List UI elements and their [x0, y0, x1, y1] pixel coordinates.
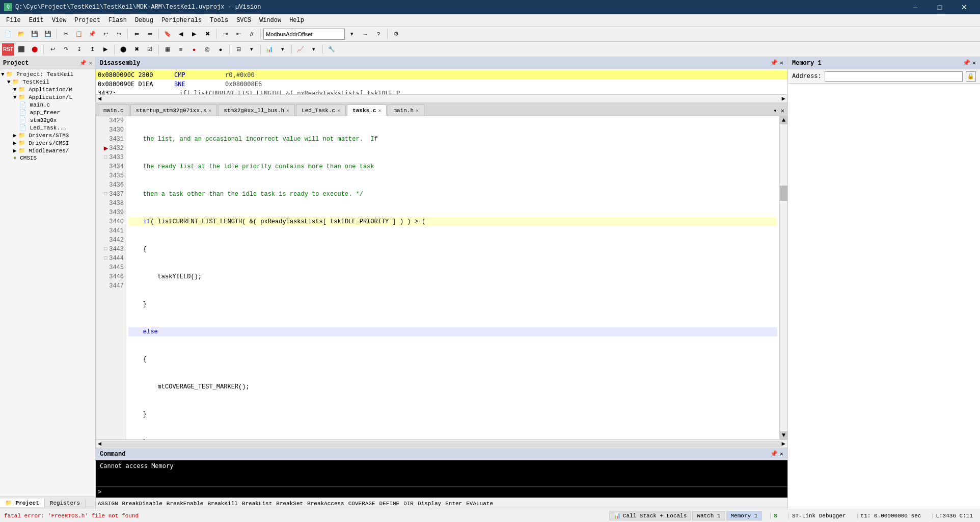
menu-tools[interactable]: Tools — [206, 16, 232, 25]
close-command-button[interactable]: ✕ — [780, 450, 783, 458]
new-file-button[interactable]: 📄 — [2, 28, 14, 40]
tree-middlewares[interactable]: ▶ 📁 Middlewares/ — [0, 147, 95, 154]
comment-button[interactable]: // — [246, 28, 258, 40]
redo-button[interactable]: ↪ — [113, 28, 125, 40]
symbol-combo[interactable] — [263, 29, 345, 40]
menu-debug[interactable]: Debug — [131, 16, 157, 25]
reset-button[interactable]: RST — [2, 43, 14, 56]
memory-address-input[interactable] — [825, 71, 963, 82]
cut-button[interactable]: ✂ — [60, 28, 72, 40]
breakpoint-toggle[interactable]: ⬤ — [117, 43, 129, 56]
settings-button[interactable]: ⚙ — [390, 28, 402, 40]
step-over[interactable]: ↷ — [60, 43, 72, 56]
menu-svcs[interactable]: SVCS — [232, 16, 255, 25]
config-button[interactable]: 🔧 — [325, 43, 338, 56]
tree-project[interactable]: ▼ 📁 Project: TestKeil — [0, 70, 95, 78]
menu-peripherals[interactable]: Peripherals — [157, 16, 206, 25]
prev-bookmark[interactable]: ◀ — [175, 28, 187, 40]
goto-button[interactable]: → — [359, 28, 371, 40]
view-toggle2[interactable]: ≡ — [175, 43, 187, 56]
tab-bus-h-close[interactable]: ✕ — [286, 108, 289, 114]
menu-view[interactable]: View — [48, 16, 71, 25]
unindent-button[interactable]: ⇤ — [232, 28, 244, 40]
tab-tasks-c[interactable]: tasks.c ✕ — [347, 105, 387, 116]
step-out[interactable]: ↥ — [86, 43, 98, 56]
disasm-scroll-left[interactable]: ◀ — [98, 95, 101, 102]
tab-startup[interactable]: startup_stm32g071xx.s ✕ — [130, 105, 217, 116]
status-tab-watch[interactable]: Watch 1 — [692, 511, 725, 520]
close-button[interactable]: ✕ — [952, 0, 976, 14]
display-mode[interactable]: ⊟ — [232, 43, 244, 56]
tab-bus-h[interactable]: stm32g0xx_ll_bus.h ✕ — [218, 105, 295, 116]
status-tab-memory[interactable]: Memory 1 — [726, 511, 763, 520]
undo-button[interactable]: ↩ — [99, 28, 112, 40]
tab-led-task[interactable]: Led_Task.c ✕ — [296, 105, 346, 116]
hscroll-left[interactable]: ◀ — [98, 440, 101, 448]
tab-main-h[interactable]: main.h ✕ — [388, 105, 424, 116]
view-toggle1[interactable]: ▦ — [161, 43, 174, 56]
back-button[interactable]: ⬅ — [130, 28, 143, 40]
bookmark-button[interactable]: 🔖 — [161, 28, 174, 40]
menu-help[interactable]: Help — [285, 16, 308, 25]
tab-tasks-c-close[interactable]: ✕ — [378, 108, 381, 114]
fold-icon-3444[interactable]: □ — [104, 254, 107, 263]
save-button[interactable]: 💾 — [29, 28, 41, 40]
tree-cmsis[interactable]: ♦ CMSIS — [0, 154, 95, 162]
tab-led-task-close[interactable]: ✕ — [337, 108, 340, 114]
scroll-thumb[interactable] — [780, 186, 787, 201]
menu-flash[interactable]: Flash — [104, 16, 131, 25]
tab-startup-close[interactable]: ✕ — [208, 108, 211, 114]
pin-project-button[interactable]: 📌 — [79, 60, 87, 66]
open-button[interactable]: 📂 — [15, 28, 28, 40]
hscroll-bar[interactable] — [101, 441, 782, 447]
clear-breakpoints[interactable]: ✖ — [130, 43, 143, 56]
tree-testkeil[interactable]: ▼ 📁 TestKeil — [0, 78, 95, 86]
view-toggle3[interactable]: ● — [188, 43, 200, 56]
command-input[interactable] — [103, 489, 785, 496]
forward-button[interactable]: ➡ — [144, 28, 156, 40]
scroll-up-button[interactable]: ▲ — [780, 116, 787, 124]
trace-button[interactable]: 📊 — [263, 43, 276, 56]
next-bookmark[interactable]: ▶ — [188, 28, 200, 40]
pin-command-button[interactable]: 📌 — [770, 450, 778, 458]
tree-main-c[interactable]: 📄 main.c — [0, 101, 95, 109]
scroll-down-button[interactable]: ▼ — [780, 431, 787, 439]
run-button[interactable]: ▶ — [99, 43, 112, 56]
close-project-button[interactable]: ✕ — [89, 60, 92, 66]
indent-button[interactable]: ⇥ — [219, 28, 231, 40]
tree-drivers-cmsi[interactable]: ▶ 📁 Drivers/CMSI — [0, 139, 95, 147]
close-memory-button[interactable]: ✕ — [972, 59, 976, 67]
tab-main-c[interactable]: main.c — [98, 105, 129, 116]
tree-application-l[interactable]: ▼ 📁 Application/L — [0, 93, 95, 101]
tab-main-h-close[interactable]: ✕ — [416, 108, 419, 114]
clear-bookmark[interactable]: ✖ — [201, 28, 213, 40]
close-disasm-button[interactable]: ✕ — [780, 59, 783, 67]
maximize-button[interactable]: □ — [928, 0, 951, 14]
help-button[interactable]: ? — [372, 28, 385, 40]
step-into[interactable]: ↧ — [73, 43, 85, 56]
status-tab-callstack[interactable]: 📊 Call Stack + Locals — [609, 511, 691, 520]
menu-project[interactable]: Project — [70, 16, 104, 25]
minimize-button[interactable]: – — [904, 0, 927, 14]
menu-edit[interactable]: Edit — [25, 16, 48, 25]
tree-drivers-stm3[interactable]: ▶ 📁 Drivers/STM3 — [0, 132, 95, 139]
fold-icon-3443[interactable]: □ — [104, 245, 107, 254]
tree-application-m[interactable]: ▼ 📁 Application/M — [0, 86, 95, 93]
view-toggle4[interactable]: ◎ — [201, 43, 213, 56]
paste-button[interactable]: 📌 — [86, 28, 98, 40]
stop-debug[interactable]: ⬛ — [15, 43, 28, 56]
tree-app-freer[interactable]: 📄 app_freer — [0, 109, 95, 116]
tree-led-task[interactable]: 📄 Led_Task... — [0, 124, 95, 132]
scroll-track[interactable] — [780, 124, 787, 431]
display-dropdown[interactable]: ▾ — [246, 43, 258, 56]
save-all-button[interactable]: 💾 — [42, 28, 54, 40]
logic-dropdown[interactable]: ▾ — [308, 43, 320, 56]
enable-breakpoints[interactable]: ☑ — [144, 43, 156, 56]
fold-icon-3437[interactable]: □ — [104, 190, 107, 199]
editor-hscroll[interactable]: ◀ ▶ — [96, 439, 787, 448]
pin-disasm-button[interactable]: 📌 — [770, 59, 778, 67]
menu-file[interactable]: File — [2, 16, 25, 25]
stop-red[interactable]: ⬤ — [29, 43, 41, 56]
disasm-scroll-right[interactable]: ▶ — [782, 95, 785, 102]
memory-lock-button[interactable]: 🔒 — [966, 71, 976, 82]
